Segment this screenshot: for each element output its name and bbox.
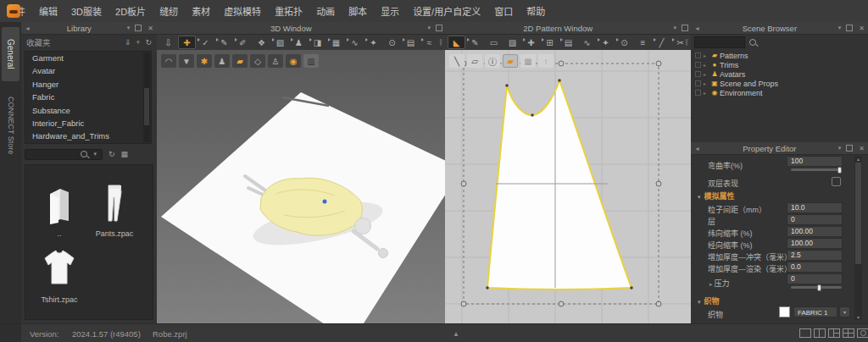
tool3d-12-icon[interactable]: ✦	[364, 36, 382, 49]
double-layer-checkbox[interactable]	[832, 177, 841, 186]
warp-shrinkage-input[interactable]: 100.00	[787, 238, 843, 249]
library-close-icon[interactable]: ✕	[147, 25, 153, 32]
menu-retopology[interactable]: 重拓扑	[268, 4, 309, 18]
2d-window-menu-caret-icon[interactable]: ▾	[673, 25, 676, 31]
dock-pin-icon[interactable]: ◄	[694, 25, 700, 31]
scene-browser-float-icon[interactable]	[846, 25, 853, 31]
garment-fit-icon[interactable]: ✱	[197, 54, 212, 68]
tool2d-6-icon[interactable]: ⊞	[541, 36, 559, 49]
pressure-input[interactable]: 0	[787, 273, 843, 284]
tool2d-3-icon[interactable]: ▭	[485, 36, 503, 49]
tool3d-3-icon[interactable]: ✓	[197, 36, 214, 49]
library-folder-hardware-trims[interactable]: Hardware_and_Trims	[25, 130, 151, 142]
fabric-section-header[interactable]: ▾织物	[698, 295, 720, 306]
menu-script[interactable]: 脚本	[342, 4, 374, 18]
collapse-panel-arrow-icon[interactable]: ▲	[453, 330, 459, 338]
library-folder-substance[interactable]: Substance	[25, 104, 151, 117]
tool3d-11-icon[interactable]: ∿	[346, 36, 364, 49]
tool3d-5-icon[interactable]: ✐	[234, 36, 252, 49]
show-hat-icon[interactable]: ◠	[161, 54, 176, 68]
menu-settings[interactable]: 设置/用户自定义	[406, 4, 487, 18]
layout-single-view-icon[interactable]	[799, 328, 811, 338]
visibility-checkbox[interactable]	[695, 62, 701, 68]
library-folder-avatar[interactable]: Avatar	[25, 64, 151, 77]
tool2d-7-icon[interactable]: ▤	[559, 36, 577, 49]
library-import-icon[interactable]: ⇓	[125, 38, 131, 47]
2d-pattern-outline-icon[interactable]: ▱	[467, 54, 482, 68]
rail-tab-connect-store[interactable]: CONNECT Store	[2, 88, 19, 163]
2d-window-maximize-icon[interactable]	[682, 25, 688, 31]
library-add-icon[interactable]: +	[136, 38, 140, 47]
tool2d-2-icon[interactable]: ✎	[466, 36, 484, 49]
2d-sync-icon[interactable]: ↑	[538, 54, 554, 68]
curvature-input[interactable]: 100	[787, 156, 843, 167]
scene-search-input[interactable]	[694, 36, 745, 48]
2d-texture-icon[interactable]: ▦	[520, 54, 536, 68]
2d-pen-icon[interactable]: ╲	[449, 54, 465, 68]
tool3d-4-icon[interactable]: ✎	[215, 36, 233, 49]
2d-info-icon[interactable]: ⓘ	[485, 54, 500, 68]
menu-2d-pattern[interactable]: 2D板片	[108, 4, 153, 18]
tool2d-10-icon[interactable]: ⊙	[615, 36, 633, 49]
fabric-select-caret-icon[interactable]: ▾	[839, 306, 850, 317]
menu-avatar[interactable]: 虚拟模特	[217, 4, 268, 18]
thickness-rendering-input[interactable]: 0.0	[787, 262, 843, 273]
library-folder-garment[interactable]: Garment	[25, 52, 151, 64]
2d-show-fabric-icon[interactable]: ▰	[503, 54, 518, 68]
tool3d-9-icon[interactable]: ◨	[309, 36, 326, 49]
thickness-collision-input[interactable]: 2.5	[787, 250, 843, 261]
dock-pin-icon[interactable]: ◄	[25, 25, 31, 31]
layout-quad-view-icon[interactable]	[843, 328, 854, 338]
library-item-parent-folder[interactable]: ..	[32, 182, 86, 238]
library-search-input[interactable]: ▾	[25, 149, 103, 160]
3d-viewport[interactable]: ◠ ▼ ✱ ♟ ▰ ◇ ♙ ◉ ▥	[157, 50, 445, 323]
tool3d-7-icon[interactable]: ▧	[271, 36, 289, 49]
visibility-checkbox[interactable]	[695, 71, 701, 77]
scene-item-scene-and-props[interactable]: ▸ ▣Scene and Props	[691, 79, 868, 88]
property-editor-float-icon[interactable]	[846, 145, 853, 152]
visibility-checkbox[interactable]	[695, 80, 701, 86]
library-folder-fabric[interactable]: Fabric	[25, 91, 151, 103]
menu-sewing[interactable]: 缝纫	[153, 4, 185, 18]
library-grid-view-icon[interactable]: ▦	[121, 150, 129, 158]
scene-item-environment[interactable]: ▸ ◉Environment	[691, 88, 868, 97]
tool3d-14-icon[interactable]: ▤	[402, 36, 420, 49]
dock-pin-icon[interactable]: ◄	[694, 146, 700, 152]
avatar-head[interactable]	[355, 218, 371, 234]
render-view-icon[interactable]	[857, 328, 868, 338]
menu-help[interactable]: 帮助	[520, 4, 552, 18]
fabric-color-swatch[interactable]	[779, 306, 790, 317]
menu-animation[interactable]: 动画	[309, 4, 342, 18]
tool3d-8-icon[interactable]: ♟	[290, 36, 308, 49]
3d-window-menu-caret-icon[interactable]: ▾	[427, 25, 431, 31]
scene-item-avatars[interactable]: ▸ ♟Avatars	[691, 69, 868, 79]
weft-shrinkage-input[interactable]: 100.00	[787, 226, 843, 237]
property-editor-close-icon[interactable]: ✕	[859, 145, 865, 152]
tool3d-10-icon[interactable]: ▦	[327, 36, 345, 49]
scene-browser-close-icon[interactable]: ✕	[859, 25, 865, 32]
toolbar-grip[interactable]: ∥	[439, 38, 442, 46]
library-refresh-icon[interactable]: ↻	[145, 38, 152, 47]
toolbar-grip[interactable]: ∥	[685, 38, 688, 46]
tool3d-1-icon[interactable]: ⇩	[159, 36, 177, 49]
library-item-tshirt[interactable]: Tshirt.zpac	[32, 248, 86, 304]
visibility-checkbox[interactable]	[695, 90, 701, 96]
rail-tab-general[interactable]: General	[2, 27, 19, 81]
show-shoes-icon[interactable]: ◇	[250, 54, 265, 68]
tool2d-transform-icon[interactable]: ◣	[448, 36, 465, 49]
menu-material[interactable]: 素材	[185, 4, 217, 18]
2d-viewport[interactable]: ╲ ▱ ⓘ ▰ ▦ ↑	[445, 50, 691, 323]
library-menu-caret-icon[interactable]: ▾	[127, 25, 131, 31]
property-editor-scrollbar[interactable]: ▴▾	[854, 156, 862, 320]
library-float-icon[interactable]	[135, 25, 142, 31]
simulation-section-header[interactable]: ▾模拟属性	[698, 190, 735, 201]
library-folder-interior-fabric[interactable]: Interior_Fabric	[25, 117, 151, 130]
layout-split-pane-icon[interactable]	[828, 328, 840, 338]
library-item-pants[interactable]: Pants.zpac	[87, 182, 142, 238]
tool2d-8-icon[interactable]: ∿	[578, 36, 596, 49]
tool2d-5-icon[interactable]: ✚	[522, 36, 540, 49]
menu-window[interactable]: 窗口	[487, 4, 520, 18]
tool3d-13-icon[interactable]: ⊙	[383, 36, 401, 49]
show-environment-icon[interactable]: ◉	[286, 54, 301, 68]
tool2d-4-icon[interactable]: ▨	[504, 36, 521, 49]
